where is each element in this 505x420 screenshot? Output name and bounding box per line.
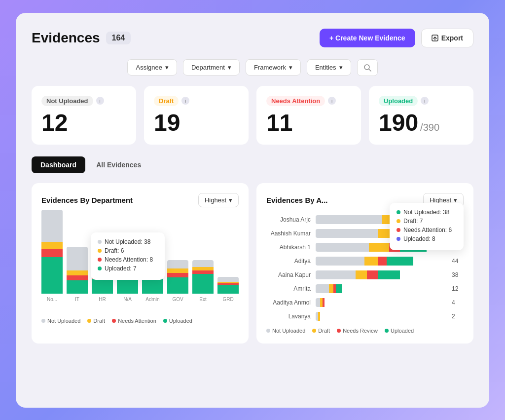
bar-segment bbox=[167, 277, 188, 294]
horiz-bar-row: Aditya44 bbox=[266, 257, 464, 266]
horiz-bar-segment bbox=[364, 257, 378, 266]
bar-label: GOV bbox=[172, 297, 183, 302]
tooltip-row-uploaded: Uploaded: 8 bbox=[397, 235, 457, 242]
dept-tooltip: Not Uploaded: 38 Draft: 6 Needs Attentio… bbox=[91, 232, 165, 280]
dept-chart-title: Evidences By Department bbox=[41, 196, 133, 204]
bar-label: No... bbox=[47, 297, 57, 302]
tooltip-row-needs-attention: Needs Attention: 8 bbox=[98, 256, 158, 263]
needs-attention-label: Needs Attention bbox=[266, 96, 325, 106]
bar-label: Ext bbox=[199, 297, 206, 302]
horiz-bar-segment bbox=[378, 270, 400, 279]
horiz-bar-container bbox=[316, 284, 447, 293]
tooltip-dot-uploaded bbox=[98, 267, 102, 270]
assignee-label: Aaina Kapur bbox=[266, 271, 311, 278]
bar-segment bbox=[67, 247, 88, 270]
legend-item-not-uploaded: Not Uploaded bbox=[266, 328, 305, 334]
horiz-bar-segment bbox=[323, 298, 325, 307]
horiz-bar-container bbox=[316, 257, 447, 266]
stat-card-needs-attention: Needs Attention i 11 bbox=[256, 86, 361, 145]
horiz-bar-segment bbox=[387, 257, 413, 266]
horiz-bar-container bbox=[316, 270, 447, 279]
bar-segment bbox=[92, 279, 113, 294]
horiz-bar-segment bbox=[316, 257, 364, 266]
horiz-bar-container bbox=[316, 298, 447, 307]
entities-filter[interactable]: Entities ▾ bbox=[307, 59, 351, 76]
horiz-bar-segment bbox=[316, 243, 369, 252]
bar-group: IT bbox=[67, 247, 88, 302]
stat-label-row: Draft i bbox=[154, 96, 239, 106]
tab-all-evidences[interactable]: All Evidences bbox=[87, 156, 150, 173]
bar-group: No... bbox=[41, 210, 63, 302]
tab-dashboard[interactable]: Dashboard bbox=[32, 156, 85, 173]
tooltip-dot-not-uploaded bbox=[98, 240, 102, 244]
tooltip-row-needs-attention: Needs Attention: 6 bbox=[397, 227, 457, 233]
legend-dot-needs-attention bbox=[112, 319, 116, 323]
search-button[interactable] bbox=[357, 59, 378, 76]
dept-sort-button[interactable]: Highest ▾ bbox=[198, 193, 239, 207]
header-left: Evidences 164 bbox=[32, 30, 131, 46]
tooltip-dot-needs-attention bbox=[397, 228, 400, 232]
info-icon[interactable]: i bbox=[421, 97, 429, 105]
draft-value: 19 bbox=[154, 111, 239, 135]
assignee-total-value: 2 bbox=[452, 313, 464, 320]
legend-dot-not-uploaded bbox=[266, 329, 270, 333]
assignee-label: Joshua Arjc bbox=[266, 216, 311, 223]
legend-dot-uploaded bbox=[385, 329, 389, 333]
info-icon[interactable]: i bbox=[181, 97, 189, 105]
legend-item-uploaded: Uploaded bbox=[163, 318, 192, 324]
tooltip-dot-needs-attention bbox=[98, 258, 102, 262]
tooltip-dot-draft bbox=[98, 249, 102, 253]
stat-card-uploaded: Uploaded i 190 /390 bbox=[369, 86, 473, 145]
main-container: Evidences 164 + Create New Evidence Expo… bbox=[16, 13, 489, 408]
not-uploaded-label: Not Uploaded bbox=[41, 96, 93, 106]
bar-label: GRD bbox=[222, 297, 233, 302]
header: Evidences 164 + Create New Evidence Expo… bbox=[32, 29, 473, 47]
legend-dot-draft bbox=[312, 329, 316, 333]
bar-segment bbox=[41, 210, 63, 242]
assignee-label: Aaditya Anmol bbox=[266, 299, 311, 306]
tooltip-dot-not-uploaded bbox=[397, 210, 400, 214]
create-evidence-button[interactable]: + Create New Evidence bbox=[320, 29, 415, 47]
bar-label: IT bbox=[75, 297, 79, 302]
horiz-bar-row: Amrita12 bbox=[266, 284, 464, 293]
stat-card-not-uploaded: Not Uploaded i 12 bbox=[32, 86, 136, 145]
not-uploaded-value: 12 bbox=[41, 111, 126, 135]
uploaded-label: Uploaded bbox=[379, 96, 418, 106]
legend-item-draft: Draft bbox=[312, 328, 330, 334]
department-filter[interactable]: Department ▾ bbox=[183, 59, 240, 76]
bar-segment bbox=[41, 257, 63, 294]
draft-label: Draft bbox=[154, 96, 179, 106]
bar-group: GOV bbox=[167, 260, 188, 302]
assignee-legend: Not Uploaded Draft Needs Review Uploaded bbox=[266, 328, 464, 334]
horiz-bar-segment bbox=[367, 270, 378, 279]
chevron-down-icon: ▾ bbox=[165, 64, 169, 71]
bar-label: N/A bbox=[123, 297, 132, 302]
uploaded-value-row: 190 /390 bbox=[379, 111, 464, 135]
horiz-bar-segment bbox=[316, 284, 329, 293]
assignee-chart-title: Evidences By A... bbox=[266, 196, 328, 204]
tooltip-row-uploaded: Uploaded: 7 bbox=[98, 265, 158, 272]
tooltip-row-not-uploaded: Not Uploaded: 38 bbox=[98, 238, 158, 245]
assignee-label: Abhikarsh 1 bbox=[266, 244, 311, 251]
assignee-filter[interactable]: Assignee ▾ bbox=[127, 59, 177, 76]
dept-legend: Not Uploaded Draft Needs Attention Uploa… bbox=[41, 318, 239, 324]
info-icon[interactable]: i bbox=[96, 97, 104, 105]
assignee-chart-card: Evidences By A... Highest ▾ Not Uploaded… bbox=[256, 183, 473, 344]
bar-segment bbox=[192, 270, 214, 274]
legend-item-draft: Draft bbox=[87, 318, 105, 324]
assignee-label: Aashish Kumar bbox=[266, 230, 311, 237]
dept-chart-header: Evidences By Department Highest ▾ bbox=[41, 193, 239, 207]
horiz-bar-segment bbox=[378, 257, 387, 266]
horiz-bar-segment bbox=[336, 284, 343, 293]
evidence-count-badge: 164 bbox=[106, 32, 131, 44]
legend-dot-needs-review bbox=[337, 329, 341, 333]
legend-item-not-uploaded: Not Uploaded bbox=[41, 318, 80, 324]
info-icon[interactable]: i bbox=[328, 97, 336, 105]
export-icon bbox=[432, 35, 438, 41]
framework-filter[interactable]: Framework ▾ bbox=[246, 59, 301, 76]
stat-card-draft: Draft i 19 bbox=[144, 86, 249, 145]
horiz-bar-segment bbox=[318, 312, 321, 321]
assignee-total-value: 44 bbox=[452, 258, 464, 265]
export-button[interactable]: Export bbox=[421, 29, 473, 47]
bar-segment bbox=[167, 260, 188, 268]
